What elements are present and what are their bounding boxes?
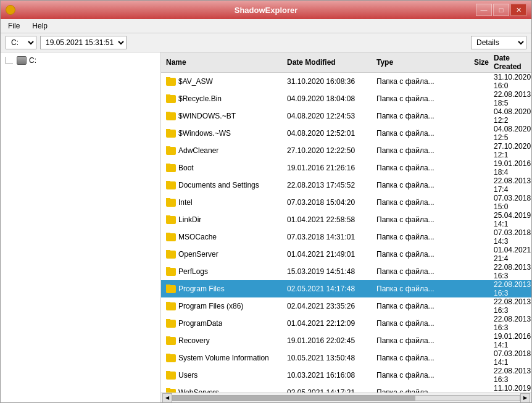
cell-name: System Volume Information (161, 354, 285, 362)
file-list-body: $AV_ASW 31.10.2020 16:08:36 Папка с файл… (161, 73, 531, 393)
folder-icon (166, 95, 176, 103)
scroll-left-button[interactable]: ◀ (162, 393, 172, 403)
cell-name: ProgramData (161, 319, 285, 328)
horizontal-scrollbar[interactable] (172, 395, 520, 401)
table-row[interactable]: Program Files (x86) 02.04.2021 23:35:26 … (161, 297, 531, 315)
folder-icon (166, 372, 176, 380)
cell-name: AdwCleaner (161, 146, 285, 155)
table-row[interactable]: MSOCache 07.03.2018 14:31:01 Папка с фай… (161, 228, 531, 246)
table-row[interactable]: Boot 19.01.2016 21:26:16 Папка с файла..… (161, 159, 531, 177)
date-dropdown[interactable]: 19.05.2021 15:31:51 (40, 36, 127, 49)
cell-name: Intel (161, 198, 285, 207)
cell-created: 04.08.2020 12:2 (491, 107, 531, 125)
cell-modified: 02.04.2021 23:35:26 (285, 302, 374, 310)
cell-name: Documents and Settings (161, 181, 285, 189)
table-row[interactable]: Intel 07.03.2018 15:04:20 Папка с файла.… (161, 194, 531, 211)
cell-modified: 15.03.2019 14:51:48 (285, 267, 374, 276)
title-bar-left (6, 5, 15, 15)
file-name-text: ProgramData (178, 319, 222, 328)
file-name-text: Boot (178, 164, 194, 172)
file-list-header: Name Date Modified Type Size Date Create… (161, 52, 531, 73)
cell-modified: 02.05.2021 14:17:21 (285, 388, 374, 393)
cell-modified: 04.08.2020 12:52:01 (285, 129, 374, 138)
cell-modified: 10.03.2021 16:16:08 (285, 371, 374, 380)
main-window: ShadowExplorer — □ ✕ File Help C: 19.05.… (0, 0, 532, 403)
header-type[interactable]: Type (374, 58, 442, 67)
file-name-text: Program Files (x86) (178, 302, 243, 310)
cell-created: 22.08.2013 18:5 (491, 90, 531, 107)
minimize-button[interactable]: — (476, 4, 492, 16)
table-row[interactable]: PerfLogs 15.03.2019 14:51:48 Папка с фай… (161, 263, 531, 280)
cell-created: 22.08.2013 16:3 (491, 367, 531, 384)
table-row[interactable]: WebServers 02.05.2021 14:17:21 Папка с ф… (161, 384, 531, 393)
view-dropdown[interactable]: Details (471, 36, 526, 49)
cell-type: Папка с файла... (374, 198, 442, 207)
cell-created: 07.03.2018 15:0 (491, 194, 531, 211)
cell-modified: 07.03.2018 14:31:01 (285, 233, 374, 241)
cell-modified: 07.03.2018 15:04:20 (285, 198, 374, 207)
title-buttons: — □ ✕ (476, 4, 526, 16)
file-name-text: PerfLogs (178, 267, 208, 276)
file-name-text: MSOCache (178, 233, 217, 241)
file-name-text: $AV_ASW (178, 77, 213, 86)
table-row[interactable]: $Windows.~WS 04.08.2020 12:52:01 Папка с… (161, 125, 531, 142)
cell-type: Папка с файла... (374, 371, 442, 380)
scroll-right-button[interactable]: ▶ (520, 393, 530, 403)
table-row[interactable]: LinkDir 01.04.2021 22:58:58 Папка с файл… (161, 211, 531, 228)
header-size[interactable]: Size (442, 58, 491, 67)
table-row[interactable]: ProgramData 01.04.2021 22:12:09 Папка с … (161, 315, 531, 332)
table-row[interactable]: Recovery 19.01.2016 22:02:45 Папка с фай… (161, 332, 531, 349)
file-name-text: LinkDir (178, 215, 201, 224)
cell-type: Папка с файла... (374, 146, 442, 155)
table-row[interactable]: AdwCleaner 27.10.2020 12:22:50 Папка с ф… (161, 142, 531, 159)
cell-name: LinkDir (161, 215, 285, 224)
menu-file[interactable]: File (3, 20, 25, 31)
cell-modified: 01.04.2021 21:49:01 (285, 250, 374, 259)
table-row[interactable]: $WINDOWS.~BT 04.08.2020 12:24:53 Папка с… (161, 107, 531, 125)
folder-icon (166, 112, 176, 120)
cell-type: Папка с файла... (374, 285, 442, 293)
cell-created: 01.04.2021 21:4 (491, 246, 531, 263)
cell-type: Папка с файла... (374, 267, 442, 276)
table-row[interactable]: Users 10.03.2021 16:16:08 Папка с файла.… (161, 367, 531, 384)
cell-type: Папка с файла... (374, 164, 442, 172)
folder-icon (166, 268, 176, 276)
close-button[interactable]: ✕ (510, 4, 526, 16)
sidebar: C: (1, 52, 161, 402)
cell-type: Папка с файла... (374, 112, 442, 120)
file-name-text: AdwCleaner (178, 146, 218, 155)
cell-name: Program Files (161, 285, 285, 293)
cell-created: 22.08.2013 16:3 (491, 263, 531, 280)
cell-type: Папка с файла... (374, 215, 442, 224)
cell-type: Папка с файла... (374, 233, 442, 241)
cell-name: Boot (161, 164, 285, 172)
cell-modified: 01.04.2021 22:58:58 (285, 215, 374, 224)
drive-select-area: C: (6, 36, 36, 49)
header-name[interactable]: Name (161, 58, 285, 67)
file-name-text: $Recycle.Bin (178, 94, 222, 103)
table-row[interactable]: Program Files 02.05.2021 14:17:48 Папка … (161, 280, 531, 297)
file-name-text: Recovery (178, 336, 210, 345)
maximize-button[interactable]: □ (493, 4, 509, 16)
table-row[interactable]: $Recycle.Bin 04.09.2020 18:04:08 Папка с… (161, 90, 531, 107)
menu-help[interactable]: Help (27, 20, 52, 31)
cell-name: PerfLogs (161, 267, 285, 276)
app-icon (6, 5, 15, 15)
header-modified[interactable]: Date Modified (285, 58, 374, 67)
cell-created: 07.03.2018 14:1 (491, 349, 531, 367)
table-row[interactable]: OpenServer 01.04.2021 21:49:01 Папка с ф… (161, 246, 531, 263)
table-row[interactable]: System Volume Information 10.05.2021 13:… (161, 349, 531, 367)
title-bar: ShadowExplorer — □ ✕ (1, 1, 531, 19)
folder-icon (166, 181, 176, 189)
cell-type: Папка с файла... (374, 302, 442, 310)
table-row[interactable]: $AV_ASW 31.10.2020 16:08:36 Папка с файл… (161, 73, 531, 90)
cell-modified: 31.10.2020 16:08:36 (285, 77, 374, 86)
cell-type: Папка с файла... (374, 250, 442, 259)
table-row[interactable]: Documents and Settings 22.08.2013 17:45:… (161, 177, 531, 194)
drive-dropdown[interactable]: C: (6, 36, 36, 49)
cell-name: $Windows.~WS (161, 129, 285, 138)
tree-expand-icon (6, 57, 13, 64)
header-created[interactable]: Date Created (491, 54, 531, 71)
tree-item-c[interactable]: C: (3, 55, 158, 66)
cell-modified: 22.08.2013 17:45:52 (285, 181, 374, 189)
